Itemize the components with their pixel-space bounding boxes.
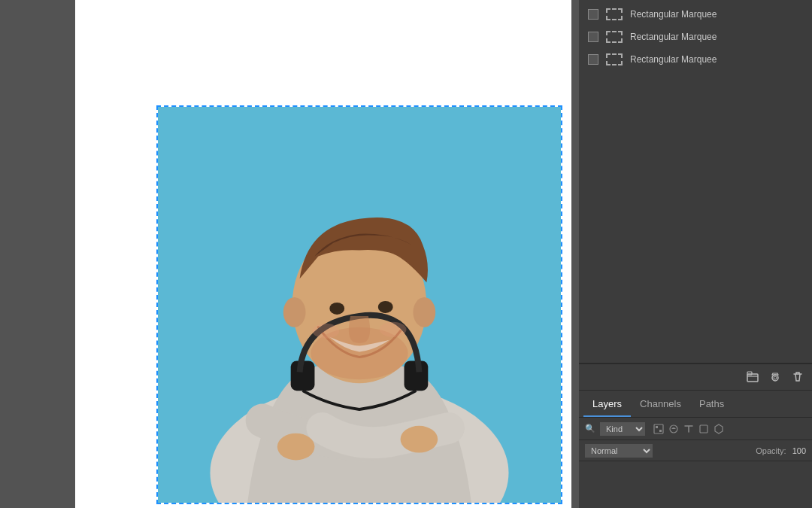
delete-button[interactable]	[789, 369, 806, 385]
canvas-area	[38, 0, 579, 508]
photo-inner	[158, 107, 561, 503]
channel-icon-1	[606, 8, 623, 20]
type-filter-icon[interactable]	[683, 423, 695, 435]
channel-item[interactable]: Rectangular Marquee	[579, 26, 812, 48]
channel-checkbox-3[interactable]	[588, 54, 598, 65]
filter-bar: 🔍 Kind	[579, 418, 812, 440]
svg-rect-19	[654, 424, 663, 433]
smart-object-filter-icon[interactable]	[713, 423, 725, 435]
channel-item[interactable]: Rectangular Marquee	[579, 48, 812, 71]
svg-point-8	[329, 303, 344, 315]
svg-rect-20	[656, 426, 658, 428]
tab-layers[interactable]: Layers	[583, 394, 631, 417]
svg-point-13	[312, 324, 339, 339]
channels-list: Rectangular Marquee Rectangular Marquee …	[579, 0, 812, 74]
canvas-document	[75, 0, 571, 508]
shape-filter-icon[interactable]	[698, 423, 710, 435]
new-group-button[interactable]	[744, 369, 761, 385]
new-snapshot-button[interactable]	[767, 369, 783, 385]
left-bar	[0, 0, 38, 508]
filter-icons	[653, 423, 725, 435]
opacity-value: 100	[792, 446, 806, 455]
layers-panel: 🔍 Kind	[579, 418, 812, 508]
person-illustration	[158, 107, 561, 503]
channel-icon-2	[606, 31, 623, 43]
channel-name-1: Rectangular Marquee	[630, 9, 717, 20]
svg-point-3	[401, 426, 438, 453]
panel-toolbar	[579, 364, 812, 391]
svg-point-6	[283, 297, 306, 327]
svg-point-17	[772, 375, 778, 381]
channel-checkbox-1[interactable]	[588, 9, 598, 20]
svg-rect-21	[659, 430, 662, 432]
svg-point-2	[277, 433, 315, 461]
search-icon: 🔍	[585, 424, 595, 433]
channel-name-3: Rectangular Marquee	[630, 54, 717, 65]
svg-point-18	[774, 376, 777, 379]
svg-point-7	[413, 297, 435, 327]
right-panel: Rectangular Marquee Rectangular Marquee …	[579, 0, 812, 508]
tab-paths[interactable]: Paths	[690, 394, 733, 417]
channel-checkbox-2[interactable]	[588, 32, 598, 42]
blend-bar: Normal Opacity: 100	[579, 440, 812, 461]
channel-icon-3	[606, 53, 623, 65]
opacity-label: Opacity:	[756, 446, 786, 455]
pixel-filter-icon[interactable]	[653, 423, 665, 435]
channel-item[interactable]: Rectangular Marquee	[579, 3, 812, 26]
adjustment-filter-icon[interactable]	[668, 423, 680, 435]
tab-channels[interactable]: Channels	[631, 394, 690, 417]
svg-point-9	[378, 301, 393, 313]
panel-tabs: Layers Channels Paths	[579, 391, 812, 418]
channel-name-2: Rectangular Marquee	[630, 32, 717, 42]
selection-marquee	[156, 105, 562, 504]
svg-point-14	[380, 322, 407, 337]
svg-rect-23	[700, 425, 707, 433]
blend-mode-dropdown[interactable]: Normal	[585, 444, 653, 458]
kind-dropdown[interactable]: Kind	[600, 422, 645, 436]
channels-panel: Rectangular Marquee Rectangular Marquee …	[579, 0, 812, 364]
